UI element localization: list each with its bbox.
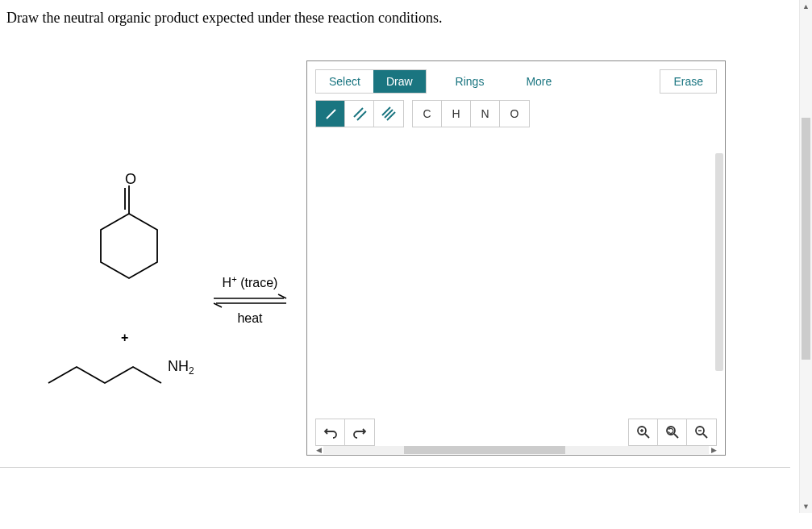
drawing-canvas[interactable] [307,134,725,414]
undo-redo-group [315,419,375,446]
tab-select[interactable]: Select [316,70,373,93]
editor-tools-row: C H N O [307,97,725,135]
outer-vscroll-track[interactable] [802,13,810,500]
svg-line-12 [645,434,649,438]
tab-more[interactable]: More [513,70,564,93]
outer-vscroll-thumb[interactable] [802,118,810,360]
scroll-track[interactable] [323,446,709,454]
page-vertical-scrollbar[interactable]: ▲ ▼ [799,0,812,513]
zoom-in-button[interactable] [629,419,658,445]
atom-h-button[interactable]: H [442,101,471,127]
oxygen-label: O [125,173,136,187]
erase-button[interactable]: Erase [660,69,717,94]
conditions-top: H+ (trace) [210,274,290,290]
butylamine-structure: NH2 [40,351,218,399]
plus-sign: + [121,331,128,345]
single-bond-icon [323,106,338,121]
content-area: Draw the neutral organic product expecte… [0,0,790,468]
single-bond-button[interactable] [316,101,345,127]
svg-line-18 [703,434,707,438]
svg-marker-0 [101,214,157,278]
structure-editor: Select Draw Rings More Erase [306,60,726,456]
scroll-up-icon[interactable]: ▲ [800,0,812,13]
undo-button[interactable] [316,419,345,445]
scroll-down-icon[interactable]: ▼ [800,500,812,513]
svg-line-16 [674,434,678,438]
reaction-arrow-area: H+ (trace) heat [210,274,290,326]
zoom-reset-button[interactable] [658,419,687,445]
main-row: O + NH2 H+ (trace) [0,60,790,456]
double-bond-button[interactable] [345,101,374,127]
double-bond-icon [352,106,367,121]
editor-vertical-scrollbar[interactable] [715,65,723,452]
atom-n-button[interactable]: N [471,101,500,127]
redo-button[interactable] [345,419,374,445]
conditions-bottom: heat [210,311,290,326]
zoom-out-button[interactable] [687,419,716,445]
atom-c-button[interactable]: C [413,101,442,127]
triple-bond-icon [381,106,396,121]
scroll-thumb[interactable] [404,446,565,454]
undo-icon [323,425,338,439]
zoom-in-icon [636,425,651,439]
tab-rings[interactable]: Rings [443,70,498,93]
question-text: Draw the neutral organic product expecte… [0,0,790,36]
triple-bond-button[interactable] [374,101,403,127]
cyclohexanone-structure: O [40,173,177,310]
bond-group [315,100,404,127]
tab-draw[interactable]: Draw [373,70,426,93]
zoom-group [628,419,717,446]
reaction-diagram: O + NH2 H+ (trace) [0,60,306,431]
atom-group: C H N O [412,100,530,127]
editor-tabs-row: Select Draw Rings More Erase [307,61,725,97]
equilibrium-arrow-icon [210,294,290,308]
svg-line-5 [327,110,335,119]
scroll-left-icon[interactable]: ◀ [314,446,323,454]
amine-label: NH2 [168,358,194,377]
zoom-out-icon [694,425,709,439]
inner-vscroll-thumb[interactable] [715,153,723,371]
atom-o-button[interactable]: O [500,101,529,127]
redo-icon [352,425,367,439]
editor-horizontal-scrollbar[interactable]: ◀ ▶ [314,445,718,455]
tab-group-mode: Select Draw [315,69,427,94]
zoom-reset-icon [665,425,680,439]
